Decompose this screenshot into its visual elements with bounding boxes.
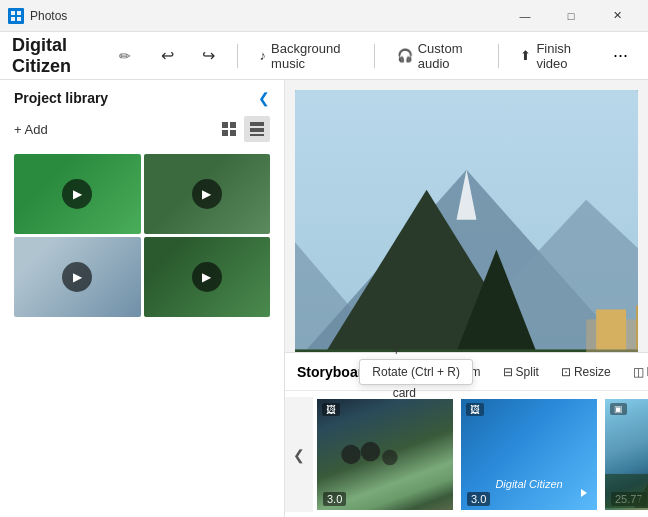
- list-view-button[interactable]: [244, 116, 270, 142]
- play-icon: ▶: [62, 262, 92, 292]
- finish-video-button[interactable]: ⬆ Finish video: [510, 37, 597, 75]
- resize-button[interactable]: ⊡ Resize: [553, 362, 619, 382]
- clip-thumbnail: 🖼 Digital Citizen 3.0: [461, 399, 597, 510]
- svg-rect-24: [605, 474, 648, 508]
- svg-point-22: [382, 450, 398, 466]
- svg-point-20: [341, 445, 360, 464]
- resize-icon: ⊡: [561, 365, 571, 379]
- export-icon: ⬆: [520, 48, 531, 63]
- grid-view-button[interactable]: [216, 116, 242, 142]
- filters-button[interactable]: ◫ Filters: [625, 362, 648, 382]
- panel-toolbar: + Add: [0, 112, 284, 150]
- media-item[interactable]: ▶: [144, 237, 271, 317]
- view-toggle: [216, 116, 270, 142]
- panel-header: Project library ❮: [0, 80, 284, 112]
- right-panel: ▶ 0:31 1:18 ⛶ Rotate (Ctrl + R) Storyboa…: [285, 80, 648, 517]
- svg-rect-3: [222, 130, 228, 136]
- toolbar-separator: [237, 44, 238, 68]
- project-title: Digital Citizen: [12, 35, 105, 77]
- custom-audio-button[interactable]: 🎧 Custom audio: [387, 37, 486, 75]
- clip-item[interactable]: 🖼 Digital Citizen 3.0: [459, 397, 599, 512]
- headphone-icon: 🎧: [397, 48, 413, 63]
- svg-rect-5: [250, 122, 264, 126]
- more-options-button[interactable]: ···: [605, 41, 636, 70]
- split-icon: ⊟: [503, 365, 513, 379]
- toolbar-separator-3: [498, 44, 499, 68]
- media-item[interactable]: ▶: [14, 154, 141, 234]
- media-grid: ▶ ▶ ▶ ▶: [0, 150, 284, 321]
- storyboard-clips: ❮ 🖼: [285, 391, 648, 517]
- window-controls: — □ ✕: [502, 0, 640, 32]
- svg-rect-1: [222, 122, 228, 128]
- clip-type-icon: ▣: [610, 403, 627, 415]
- clip-duration: 3.0: [467, 492, 490, 506]
- minimize-button[interactable]: —: [502, 0, 548, 32]
- edit-title-icon[interactable]: ✏: [119, 48, 131, 64]
- svg-rect-18: [636, 305, 638, 349]
- storyboard-area: Rotate (Ctrl + R) Storyboard + Add title…: [285, 352, 648, 517]
- panel-title: Project library: [14, 90, 108, 106]
- rotate-tooltip: Rotate (Ctrl + R): [359, 359, 473, 385]
- app-icon: [8, 8, 24, 24]
- add-media-button[interactable]: + Add: [14, 122, 48, 137]
- project-library-panel: Project library ❮ + Add ▶ ▶: [0, 80, 285, 517]
- play-icon: ▶: [62, 179, 92, 209]
- split-button[interactable]: ⊟ Split: [495, 362, 547, 382]
- app-title: Photos: [30, 9, 502, 23]
- clip-item[interactable]: 🖼 3.0: [315, 397, 455, 512]
- background-music-button[interactable]: ♪ Background music: [250, 37, 362, 75]
- svg-rect-7: [250, 134, 264, 136]
- filters-icon: ◫: [633, 365, 644, 379]
- clip-thumbnail: 🖼 3.0: [317, 399, 453, 510]
- clip-arrow-icon: [575, 485, 591, 504]
- play-icon: ▶: [192, 179, 222, 209]
- svg-rect-0: [8, 8, 24, 24]
- undo-button[interactable]: ↩: [151, 42, 184, 69]
- collapse-panel-button[interactable]: ❮: [258, 90, 270, 106]
- content-area: Project library ❮ + Add ▶ ▶: [0, 80, 648, 517]
- play-icon: ▶: [192, 262, 222, 292]
- clips-prev-button[interactable]: ❮: [285, 397, 313, 512]
- media-item[interactable]: ▶: [144, 154, 271, 234]
- titlebar: Photos — □ ✕: [0, 0, 648, 32]
- svg-rect-2: [230, 122, 236, 128]
- svg-point-21: [361, 442, 380, 461]
- music-note-icon: ♪: [260, 48, 267, 63]
- main-toolbar: Digital Citizen ✏ ↩ ↪ ♪ Background music…: [0, 32, 648, 80]
- svg-rect-17: [596, 309, 626, 349]
- clip-thumbnail: ▣ 25.77 🔊: [605, 399, 648, 510]
- toolbar-separator-2: [374, 44, 375, 68]
- svg-rect-6: [250, 128, 264, 132]
- clip-type-icon: 🖼: [322, 403, 340, 416]
- clip-type-icon: 🖼: [466, 403, 484, 416]
- maximize-button[interactable]: □: [548, 0, 594, 32]
- clip-item[interactable]: ▣ 25.77 🔊: [603, 397, 648, 512]
- svg-rect-4: [230, 130, 236, 136]
- close-button[interactable]: ✕: [594, 0, 640, 32]
- media-item[interactable]: ▶: [14, 237, 141, 317]
- redo-button[interactable]: ↪: [192, 42, 225, 69]
